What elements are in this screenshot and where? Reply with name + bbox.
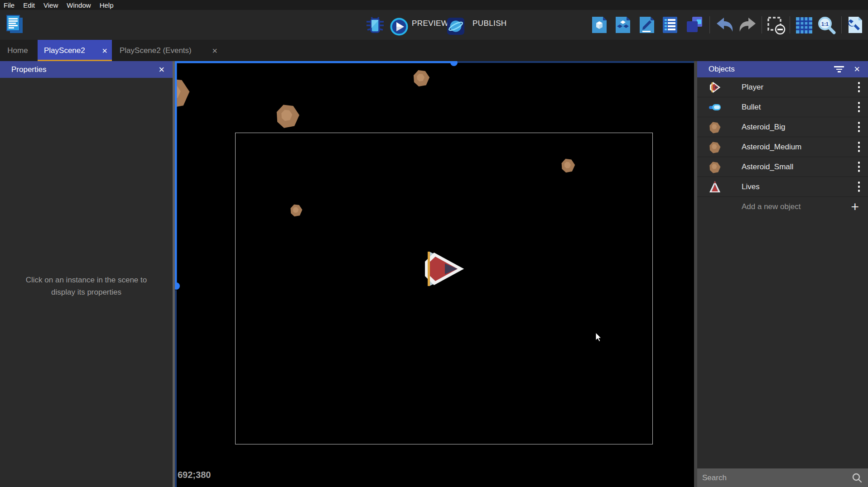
properties-panel-header: Properties × bbox=[0, 61, 173, 78]
object-label: Player bbox=[742, 83, 763, 92]
object-groups-icon[interactable] bbox=[615, 16, 631, 34]
horizontal-scrollbar[interactable] bbox=[175, 61, 694, 66]
object-label: Lives bbox=[742, 182, 760, 191]
tab-label: Home bbox=[7, 46, 28, 55]
asteroid-instance[interactable] bbox=[175, 79, 189, 108]
more-options-icon[interactable] bbox=[858, 81, 860, 93]
object-row-lives[interactable]: Lives bbox=[697, 177, 868, 197]
asteroid-icon bbox=[708, 140, 722, 154]
asteroid-instance[interactable] bbox=[414, 70, 429, 86]
extensions-tools-icon[interactable] bbox=[846, 16, 864, 34]
mouse-cursor bbox=[596, 333, 601, 342]
preview-button[interactable]: PREVIEW bbox=[412, 19, 448, 28]
object-label: Asteroid_Small bbox=[742, 162, 793, 172]
lives-ship-icon bbox=[708, 180, 722, 194]
object-row-bullet[interactable]: Bullet bbox=[697, 97, 868, 117]
more-options-icon[interactable] bbox=[858, 181, 860, 193]
search-icon[interactable] bbox=[852, 473, 863, 483]
vertical-scrollbar[interactable] bbox=[175, 61, 180, 487]
properties-panel-title: Properties bbox=[11, 65, 46, 74]
object-label: Asteroid_Big bbox=[742, 123, 785, 132]
filter-icon[interactable] bbox=[834, 65, 844, 74]
object-row-asteroid-small[interactable]: Asteroid_Small bbox=[697, 157, 868, 177]
more-options-icon[interactable] bbox=[858, 161, 860, 173]
asteroid-icon bbox=[708, 160, 722, 174]
close-icon[interactable]: × bbox=[102, 46, 107, 55]
asteroid-instance[interactable] bbox=[562, 159, 575, 172]
tab-home[interactable]: Home bbox=[0, 40, 35, 61]
objects-panel: Objects × Player Bullet Ast bbox=[697, 61, 868, 487]
tab-playscene2-events[interactable]: PlayScene2 (Events) × bbox=[116, 40, 222, 61]
project-manager-icon[interactable] bbox=[5, 14, 24, 35]
instances-list-icon[interactable] bbox=[662, 16, 678, 34]
objects-editor-icon[interactable] bbox=[591, 16, 608, 34]
bullet-icon bbox=[708, 100, 722, 114]
scene-canvas[interactable]: 692;380 bbox=[175, 61, 694, 487]
toolbar: PREVIEW PUBLISH bbox=[0, 10, 868, 40]
object-label: Asteroid_Medium bbox=[742, 143, 801, 152]
tab-bar: Home PlayScene2 × PlayScene2 (Events) × bbox=[0, 40, 868, 61]
svg-text:1:1: 1:1 bbox=[821, 21, 829, 27]
preview-play-icon[interactable] bbox=[390, 17, 409, 36]
close-icon[interactable]: × bbox=[212, 46, 217, 55]
menu-edit[interactable]: Edit bbox=[23, 1, 35, 9]
menu-view[interactable]: View bbox=[43, 1, 58, 9]
more-options-icon[interactable] bbox=[858, 141, 860, 153]
panel-divider[interactable] bbox=[694, 61, 697, 487]
toolbar-separator bbox=[790, 16, 790, 33]
zoom-1to1-icon[interactable]: 1:1 bbox=[817, 16, 836, 35]
toolbar-separator bbox=[762, 16, 762, 33]
plus-icon: + bbox=[851, 200, 859, 214]
add-object-button[interactable]: Add a new object + bbox=[697, 197, 868, 217]
layers-icon[interactable] bbox=[686, 16, 703, 33]
publish-button[interactable]: PUBLISH bbox=[473, 19, 507, 28]
more-options-icon[interactable] bbox=[858, 101, 860, 113]
debugger-bug-icon[interactable] bbox=[365, 16, 385, 34]
close-icon[interactable]: × bbox=[159, 65, 164, 75]
menu-help[interactable]: Help bbox=[100, 1, 114, 9]
publish-globe-icon[interactable] bbox=[447, 17, 465, 35]
more-options-icon[interactable] bbox=[858, 121, 860, 133]
scene-properties-icon[interactable] bbox=[639, 16, 655, 34]
asteroid-icon bbox=[708, 120, 722, 134]
tab-label: PlayScene2 (Events) bbox=[120, 46, 192, 55]
player-ship-icon bbox=[708, 81, 722, 94]
asteroid-instance[interactable] bbox=[290, 205, 302, 217]
add-object-label: Add a new object bbox=[742, 202, 800, 211]
object-row-asteroid-big[interactable]: Asteroid_Big bbox=[697, 117, 868, 137]
undo-icon[interactable] bbox=[716, 17, 735, 33]
properties-panel: Properties × Click on an instance in the… bbox=[0, 61, 173, 487]
menu-bar: File Edit View Window Help bbox=[0, 0, 868, 10]
tab-label: PlayScene2 bbox=[44, 46, 85, 55]
redo-icon[interactable] bbox=[738, 17, 757, 33]
menu-window[interactable]: Window bbox=[67, 1, 91, 9]
scene-window-frame bbox=[236, 133, 653, 444]
asteroid-instance[interactable] bbox=[277, 105, 299, 128]
object-label: Bullet bbox=[742, 103, 761, 112]
player-ship-instance[interactable] bbox=[425, 252, 464, 286]
objects-panel-title: Objects bbox=[709, 65, 735, 74]
object-row-asteroid-medium[interactable]: Asteroid_Medium bbox=[697, 137, 868, 157]
menu-file[interactable]: File bbox=[4, 1, 14, 9]
objects-panel-header: Objects × bbox=[697, 61, 868, 77]
properties-empty-message: Click on an instance in the scene to dis… bbox=[16, 274, 157, 298]
toolbar-separator bbox=[709, 16, 710, 33]
objects-search-bar bbox=[697, 468, 868, 487]
deselect-selection-icon[interactable] bbox=[767, 16, 786, 35]
close-icon[interactable]: × bbox=[854, 64, 860, 74]
grid-icon[interactable] bbox=[795, 16, 813, 34]
cursor-coordinates: 692;380 bbox=[178, 470, 211, 480]
toolbar-separator bbox=[841, 16, 842, 33]
object-row-player[interactable]: Player bbox=[697, 77, 868, 97]
tab-playscene2[interactable]: PlayScene2 × bbox=[38, 40, 112, 61]
search-input[interactable] bbox=[697, 473, 852, 482]
